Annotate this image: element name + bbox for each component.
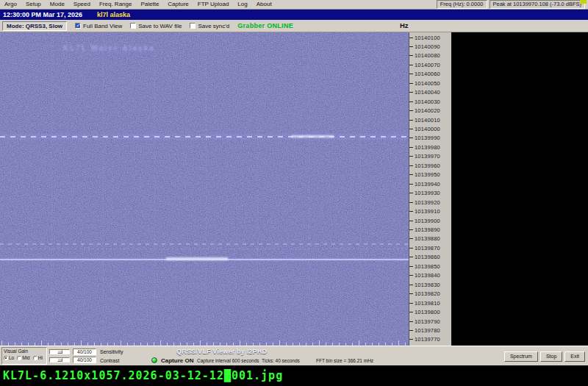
scale-tick-icon bbox=[409, 257, 413, 257]
signal-blob bbox=[166, 257, 228, 260]
frequency-scale-row: 10140010 bbox=[409, 116, 451, 124]
frequency-scale-row: 10139920 bbox=[409, 199, 451, 206]
frequency-label: 10140030 bbox=[415, 99, 440, 105]
frequency-label: 10139920 bbox=[415, 199, 440, 206]
contrast-slider[interactable] bbox=[49, 357, 70, 362]
menu-items: ArgoSetupModeSpeedFreq. RangePaletteCapt… bbox=[0, 0, 276, 9]
frequency-label: 10139770 bbox=[415, 336, 440, 343]
menu-item[interactable]: FTP Upload bbox=[193, 0, 234, 9]
scale-tick-icon bbox=[409, 65, 413, 65]
frequency-label: 10140100 bbox=[415, 35, 440, 41]
freq-readout: Freq (Hz): 0.0000 bbox=[437, 0, 487, 9]
checkbox-icon bbox=[75, 23, 81, 29]
peak-readout: Peak at 10139970.108 (-73.0 dBFS) bbox=[490, 0, 586, 9]
menu-item[interactable]: Mode bbox=[46, 0, 69, 9]
frequency-scale-row: 10140090 bbox=[409, 43, 451, 50]
sensitivity-value: 40/100 bbox=[73, 349, 96, 355]
slider-thumb[interactable] bbox=[57, 350, 62, 354]
signal-trace bbox=[0, 249, 409, 249]
frequency-label: 10139970 bbox=[415, 153, 440, 160]
menu-item[interactable]: Setup bbox=[21, 0, 46, 9]
capture-filename: KL7L-6.1210x1057.2026-03-12-12█001.jpg bbox=[3, 369, 283, 382]
menu-item[interactable]: Freq. Range bbox=[95, 0, 136, 9]
frequency-label: 10140090 bbox=[415, 43, 440, 50]
capture-state: Capture ON bbox=[161, 357, 193, 364]
radio-icon bbox=[17, 356, 21, 360]
save-syncd-checkbox[interactable]: Save sync'd bbox=[190, 23, 229, 29]
scale-tick-icon bbox=[409, 55, 413, 56]
frequency-scale-row: 10139950 bbox=[409, 171, 451, 179]
frequency-label: 10139930 bbox=[415, 190, 440, 196]
spectrum-button[interactable]: Spectrum bbox=[504, 351, 538, 362]
frequency-scale-row: 10139980 bbox=[409, 143, 451, 151]
segment-boundary-line bbox=[257, 32, 258, 346]
time-tick-icon bbox=[319, 340, 320, 346]
segment-boundary-line bbox=[154, 32, 155, 346]
scale-tick-icon bbox=[409, 46, 413, 47]
frequency-scale-row: 10140060 bbox=[409, 71, 451, 78]
control-bar: Visual Gain Lo Mid Hi bbox=[0, 346, 588, 365]
exit-button[interactable]: Exit bbox=[564, 351, 585, 362]
frequency-scale-row: 10140020 bbox=[409, 107, 451, 115]
frequency-scale-row: 10140030 bbox=[409, 98, 451, 105]
frequency-label: 10140060 bbox=[415, 71, 440, 77]
time-ruler bbox=[0, 339, 409, 346]
menu-item[interactable]: Capture bbox=[163, 0, 193, 9]
full-band-view-checkbox[interactable]: Full Band View bbox=[75, 23, 122, 29]
save-wav-checkbox[interactable]: Save to WAV file bbox=[130, 23, 182, 29]
menu-item[interactable]: Speed bbox=[69, 0, 95, 9]
noise-texture bbox=[0, 32, 409, 346]
frequency-scale-row: 10140050 bbox=[409, 79, 451, 87]
slider-thumb[interactable] bbox=[57, 358, 62, 362]
scale-tick-icon bbox=[409, 285, 413, 285]
scale-tick-icon bbox=[409, 110, 413, 111]
frequency-label: 10139940 bbox=[415, 181, 440, 187]
ticks-label: Ticks: 40 seconds bbox=[262, 358, 300, 363]
frequency-scale-row: 10139890 bbox=[409, 226, 451, 234]
menu-item[interactable]: Log bbox=[233, 0, 251, 9]
menu-readouts: Freq (Hz): 0.0000 Peak at 10139970.108 (… bbox=[437, 0, 585, 9]
time-tick-icon bbox=[200, 340, 201, 346]
time-tick-icon bbox=[359, 340, 359, 346]
spectrogram-watermark: KL7L Wales Alaska bbox=[63, 44, 155, 52]
scale-tick-icon bbox=[409, 101, 413, 102]
frequency-scale-row: 10139780 bbox=[409, 327, 451, 335]
stop-button[interactable]: Stop bbox=[540, 351, 562, 362]
gain-radio[interactable]: Lo bbox=[4, 355, 14, 360]
scale-tick-icon bbox=[409, 293, 413, 294]
frequency-label: 10139780 bbox=[415, 327, 440, 334]
signal-trace bbox=[0, 243, 409, 245]
frequency-label: 10139840 bbox=[415, 272, 440, 279]
frequency-scale-row: 10139860 bbox=[409, 254, 451, 261]
radio-icon bbox=[4, 356, 8, 360]
fft-bin-label: FFT bin size = 366.21 mHz bbox=[316, 358, 373, 363]
frequency-scale-row: 10139970 bbox=[409, 153, 451, 160]
frequency-label: 10139800 bbox=[415, 309, 440, 315]
argo-grabber-window: ArgoSetupModeSpeedFreq. RangePaletteCapt… bbox=[0, 0, 588, 386]
grabber-online-status: Grabber ONLINE bbox=[237, 22, 293, 29]
sensitivity-slider[interactable] bbox=[49, 349, 70, 354]
frequency-label: 10139960 bbox=[415, 162, 440, 169]
frequency-label: 10140040 bbox=[415, 89, 440, 96]
menu-item[interactable]: Argo bbox=[0, 0, 21, 9]
frequency-scale-row: 10139800 bbox=[409, 309, 451, 316]
scale-tick-icon bbox=[409, 174, 413, 175]
menu-item[interactable]: About bbox=[252, 0, 276, 9]
frequency-scale-row: 10139870 bbox=[409, 244, 451, 251]
scale-tick-icon bbox=[409, 330, 413, 331]
frequency-label: 10139850 bbox=[415, 263, 440, 270]
frequency-scale-row: 10139840 bbox=[409, 272, 451, 279]
info-bar: 12:30:00 PM Mar 17, 2026 kl7l alaska bbox=[0, 10, 588, 20]
gain-radio[interactable]: Hi bbox=[33, 355, 43, 360]
visual-gain-radios: Lo Mid Hi bbox=[4, 355, 45, 360]
radio-icon bbox=[33, 356, 37, 360]
gain-radio[interactable]: Mid bbox=[17, 355, 29, 360]
spectrogram-display[interactable]: KL7L Wales Alaska bbox=[0, 32, 409, 346]
frequency-label: 10140010 bbox=[415, 117, 440, 124]
segment-boundary-line bbox=[309, 32, 309, 346]
checkbox-label: Full Band View bbox=[83, 23, 122, 29]
scale-tick-icon bbox=[409, 221, 413, 221]
menu-item[interactable]: Palette bbox=[136, 0, 163, 9]
scale-tick-icon bbox=[409, 238, 413, 239]
checkbox-icon bbox=[130, 23, 136, 29]
